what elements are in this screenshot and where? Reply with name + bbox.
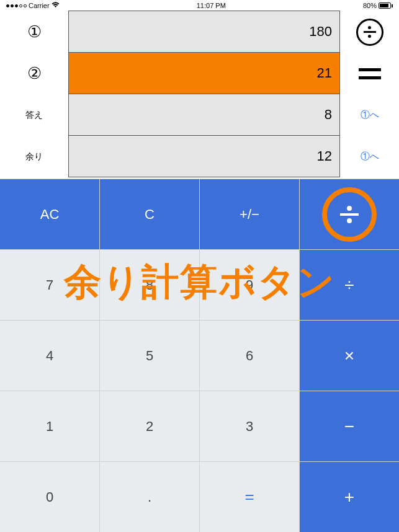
divide-mod-keypad-button[interactable] — [300, 179, 399, 249]
remainder-value: 12 — [68, 135, 340, 177]
decimal-button[interactable]: . — [100, 461, 200, 532]
digit-7-button[interactable]: 7 — [0, 249, 100, 320]
digit-2-button[interactable]: 2 — [100, 391, 200, 461]
multiply-button[interactable]: × — [300, 320, 399, 391]
keypad: AC C +/− 7 8 9 ÷ 4 5 6 × 1 2 3 − 0 . = + — [0, 179, 399, 532]
digit-5-button[interactable]: 5 — [100, 320, 200, 391]
add-button[interactable]: + — [300, 461, 399, 532]
clear-button[interactable]: C — [100, 179, 200, 249]
copy-remainder-to-1-button[interactable]: ①へ — [340, 136, 399, 177]
divide-circle-icon — [332, 197, 367, 232]
digit-1-button[interactable]: 1 — [0, 391, 100, 461]
operand-1-value[interactable]: 180 — [68, 11, 340, 53]
digit-8-button[interactable]: 8 — [100, 249, 200, 320]
signal-icon — [6, 4, 27, 7]
battery-percent: 80% — [363, 2, 377, 9]
answer-value: 8 — [68, 94, 340, 136]
digit-3-button[interactable]: 3 — [200, 391, 300, 461]
divide-button[interactable]: ÷ — [300, 249, 399, 320]
digit-0-button[interactable]: 0 — [0, 461, 100, 532]
equals-keypad-button[interactable]: = — [200, 461, 300, 532]
divide-mod-button[interactable] — [340, 11, 399, 53]
operand-2-value[interactable]: 21 — [68, 52, 340, 94]
digit-4-button[interactable]: 4 — [0, 320, 100, 391]
remainder-label: 余り — [0, 136, 68, 177]
copy-answer-to-1-button[interactable]: ①へ — [340, 94, 399, 136]
subtract-button[interactable]: − — [300, 391, 399, 461]
display-area: ① 180 ② 21 答え 8 ①へ 余り 12 ①へ — [0, 11, 399, 179]
digit-9-button[interactable]: 9 — [200, 249, 300, 320]
status-bar: Carrier 11:07 PM 80% — [0, 0, 399, 11]
operand-2-label: ② — [0, 53, 68, 94]
wifi-icon — [52, 1, 60, 10]
status-time: 11:07 PM — [197, 2, 226, 9]
operand-1-label: ① — [0, 11, 68, 53]
battery-icon — [379, 2, 393, 9]
all-clear-button[interactable]: AC — [0, 179, 100, 249]
digit-6-button[interactable]: 6 — [200, 320, 300, 391]
equals-button[interactable] — [340, 53, 399, 94]
equals-icon — [359, 68, 381, 79]
divide-circle-icon — [356, 19, 383, 46]
answer-label: 答え — [0, 94, 68, 136]
carrier-label: Carrier — [29, 2, 50, 9]
plus-minus-button[interactable]: +/− — [200, 179, 300, 249]
